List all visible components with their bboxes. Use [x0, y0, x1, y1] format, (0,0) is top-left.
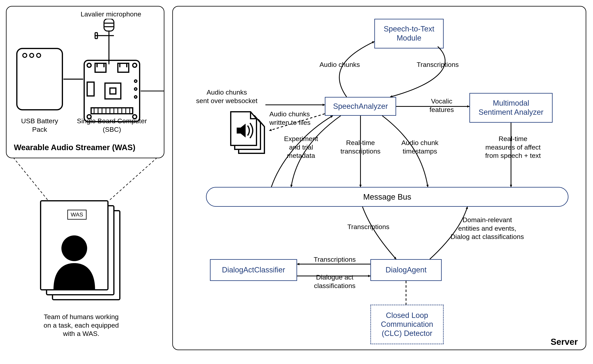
lavalier-mic-icon	[89, 19, 121, 64]
edge-rt-trans: Real-time transcriptions	[333, 138, 388, 155]
clc-detector-module: Closed Loop Communication (CLC) Detector	[370, 305, 444, 344]
edge-audio-chunks-up: Audio chunks	[315, 60, 364, 69]
svg-rect-24	[91, 108, 133, 114]
svg-point-7	[23, 53, 27, 57]
svg-rect-23	[110, 88, 116, 94]
diagram-canvas: Lavalier microphone	[0, 0, 593, 364]
svg-line-43	[14, 158, 47, 200]
sbc-label: Single Board Computer (SBC)	[75, 117, 148, 134]
svg-rect-10	[84, 60, 140, 122]
battery-pack-icon	[16, 47, 63, 111]
edge-dac-trans: Transcriptions	[309, 255, 360, 264]
edge-exp-meta: Experiment and trial metadata	[277, 135, 325, 160]
team-caption: Team of humans working on a task, each e…	[30, 312, 133, 338]
svg-point-35	[134, 80, 137, 82]
edge-audio-ws: Audio chunks sent over websocket	[190, 88, 263, 105]
edge-rt-affect: Real-time measures of affect from speech…	[466, 135, 560, 160]
svg-point-11	[87, 63, 91, 67]
svg-line-44	[110, 158, 156, 200]
server-panel	[172, 6, 586, 350]
was-tag: WAS	[67, 210, 87, 220]
edge-vocalic: Vocalic features	[424, 97, 460, 114]
edge-transcriptions-down: Transcriptions	[412, 60, 463, 69]
speech-to-text-module: Speech-to-Text Module	[374, 19, 444, 48]
svg-point-42	[61, 235, 87, 261]
was-panel-title: Wearable Audio Streamer (WAS)	[14, 143, 156, 152]
mic-label: Lavalier microphone	[73, 10, 148, 18]
dialog-agent-module: DialogAgent	[370, 259, 442, 281]
edge-audio-files: Audio chunks written to files	[269, 110, 321, 127]
usb-battery-label: USB Battery Pack	[16, 117, 63, 134]
svg-point-37	[134, 96, 137, 98]
sbc-icon	[83, 59, 141, 123]
edge-chunk-ts: Audio chunk timestamps	[394, 138, 446, 155]
edge-dac-cls: Dialogue act classifications	[305, 273, 364, 290]
svg-rect-0	[104, 19, 114, 31]
svg-point-12	[133, 63, 137, 67]
sentiment-analyzer-module: Multimodal Sentiment Analyzer	[469, 93, 553, 123]
edge-domain-entities: Domain-relevant entities and events, Dia…	[440, 216, 535, 241]
svg-point-9	[37, 53, 41, 57]
svg-rect-22	[105, 83, 121, 99]
dialog-act-classifier-module: DialogActClassifier	[210, 259, 297, 281]
svg-point-36	[134, 88, 137, 90]
svg-rect-21	[87, 82, 94, 96]
server-title: Server	[551, 336, 578, 347]
audio-files-icon	[228, 111, 267, 156]
edge-bus-trans: Transcriptions	[343, 222, 394, 231]
speech-analyzer-module: SpeechAnalyzer	[325, 97, 396, 116]
svg-point-8	[30, 53, 34, 57]
message-bus: Message Bus	[206, 187, 568, 207]
svg-rect-6	[17, 48, 62, 110]
